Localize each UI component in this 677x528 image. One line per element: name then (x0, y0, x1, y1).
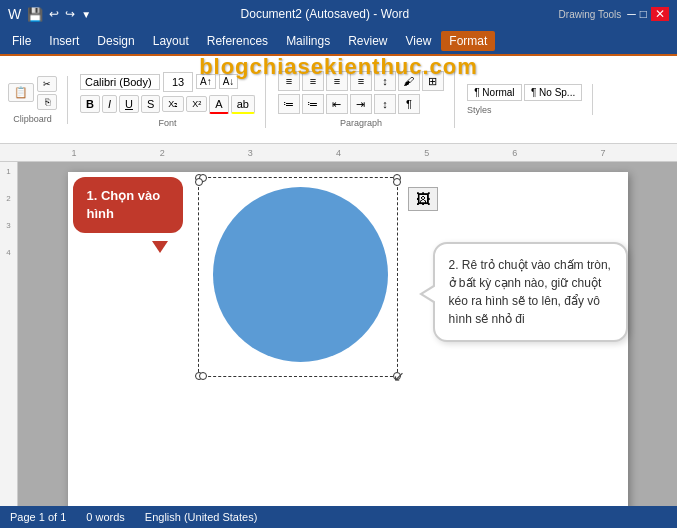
decrease-indent-button[interactable]: ⇤ (326, 94, 348, 114)
justify-button[interactable]: ≡ (350, 71, 372, 91)
styles-label: Styles (467, 105, 582, 115)
superscript-button[interactable]: X² (186, 96, 207, 112)
speech-bubble-right: 2. Rê trỏ chuột vào chấm tròn, ở bất kỳ … (433, 242, 628, 342)
vertical-ruler: 1 2 3 4 (0, 162, 18, 506)
underline-button[interactable]: U (119, 95, 139, 113)
shading-button[interactable]: 🖌 (398, 71, 420, 91)
word-logo-icon: W (8, 6, 21, 22)
align-left-button[interactable]: ≡ (278, 71, 300, 91)
menu-format[interactable]: Format (441, 31, 495, 51)
menu-view[interactable]: View (398, 31, 440, 51)
horizontal-ruler: 1 2 3 4 5 6 7 (0, 144, 677, 162)
word-count: 0 words (86, 511, 125, 523)
strikethrough-button[interactable]: S (141, 95, 160, 113)
status-bar: Page 1 of 1 0 words English (United Stat… (0, 506, 677, 528)
menu-design[interactable]: Design (89, 31, 142, 51)
clipboard-label: Clipboard (13, 114, 52, 124)
font-size-input[interactable]: 13 (163, 72, 193, 92)
style-normal[interactable]: ¶ Normal (467, 84, 522, 101)
menu-review[interactable]: Review (340, 31, 395, 51)
paragraph-label: Paragraph (340, 118, 382, 128)
handle-middle-right[interactable] (393, 178, 401, 186)
italic-button[interactable]: I (102, 95, 117, 113)
menu-bar: File Insert Design Layout References Mai… (0, 28, 677, 54)
paste-button[interactable]: 📋 (8, 83, 34, 102)
align-center-button[interactable]: ≡ (302, 71, 324, 91)
font-name-input[interactable]: Calibri (Body) (80, 74, 160, 90)
bullets-button[interactable]: ≔ (278, 94, 300, 114)
language-indicator: English (United States) (145, 511, 258, 523)
borders-button[interactable]: ⊞ (422, 71, 444, 91)
maximize-button[interactable]: □ (640, 7, 647, 21)
handle-bottom-center[interactable] (199, 372, 207, 380)
menu-file[interactable]: File (4, 31, 39, 51)
bold-button[interactable]: B (80, 95, 100, 113)
image-placeholder-icon[interactable]: 🖼 (408, 187, 438, 211)
highlight-button[interactable]: ab (231, 95, 255, 114)
speech-bubble-left: 1. Chọn vào hình (73, 177, 183, 233)
app-window: W 💾 ↩ ↪ ▼ Document2 (Autosaved) - Word D… (0, 0, 677, 528)
main-content: 1 2 3 4 (0, 162, 677, 506)
ribbon: 📋 ✂ ⎘ Clipboard Calibri (Body) 13 (0, 54, 677, 144)
drawing-tools-label: Drawing Tools (559, 9, 622, 20)
ribbon-group-styles: ¶ Normal ¶ No Sp... Styles (467, 84, 593, 115)
align-right-button[interactable]: ≡ (326, 71, 348, 91)
sort-button[interactable]: ↕ (374, 94, 396, 114)
menu-layout[interactable]: Layout (145, 31, 197, 51)
title-bar: W 💾 ↩ ↪ ▼ Document2 (Autosaved) - Word D… (0, 0, 677, 28)
page-area: ↙ 🖼 1. Chọn vào hình 2. Rê trỏ chuột vào… (18, 162, 677, 506)
handle-middle-left[interactable] (195, 178, 203, 186)
document-page[interactable]: ↙ 🖼 1. Chọn vào hình 2. Rê trỏ chuột vào… (68, 172, 628, 506)
title-bar-left: W 💾 ↩ ↪ ▼ (8, 6, 91, 22)
ribbon-group-paragraph: ≡ ≡ ≡ ≡ ↕ 🖌 ⊞ ≔ ≔ ⇤ ⇥ ↕ ¶ (278, 71, 455, 128)
ribbon-group-clipboard: 📋 ✂ ⎘ Clipboard (8, 76, 68, 124)
cut-button[interactable]: ✂ (37, 76, 57, 92)
menu-references[interactable]: References (199, 31, 276, 51)
ribbon-content: 📋 ✂ ⎘ Clipboard Calibri (Body) 13 (0, 54, 677, 143)
font-size-down[interactable]: A↓ (219, 74, 239, 89)
menu-insert[interactable]: Insert (41, 31, 87, 51)
selection-box: ↙ (198, 177, 398, 377)
resize-cursor-icon: ↙ (393, 368, 405, 384)
copy-button[interactable]: ⎘ (37, 94, 57, 110)
quick-access-more[interactable]: ▼ (81, 9, 91, 20)
menu-mailings[interactable]: Mailings (278, 31, 338, 51)
line-spacing-button[interactable]: ↕ (374, 71, 396, 91)
minimize-button[interactable]: ─ (627, 7, 636, 21)
increase-indent-button[interactable]: ⇥ (350, 94, 372, 114)
font-size-up[interactable]: A↑ (196, 74, 216, 89)
show-formatting-button[interactable]: ¶ (398, 94, 420, 114)
ruler-marks: 1 2 3 4 5 6 7 (30, 148, 647, 158)
numbering-button[interactable]: ≔ (302, 94, 324, 114)
font-label: Font (158, 118, 176, 128)
subscript-button[interactable]: X₂ (162, 96, 184, 112)
title-bar-title: Document2 (Autosaved) - Word (91, 7, 558, 21)
undo-icon[interactable]: ↩ (49, 7, 59, 21)
close-button[interactable]: ✕ (651, 7, 669, 21)
ribbon-group-font: Calibri (Body) 13 A↑ A↓ B I U S X₂ X² (80, 72, 266, 128)
save-icon[interactable]: 💾 (27, 7, 43, 22)
font-color-button[interactable]: A (209, 95, 228, 114)
style-no-spacing[interactable]: ¶ No Sp... (524, 84, 582, 101)
page-indicator: Page 1 of 1 (10, 511, 66, 523)
redo-icon[interactable]: ↪ (65, 7, 75, 21)
